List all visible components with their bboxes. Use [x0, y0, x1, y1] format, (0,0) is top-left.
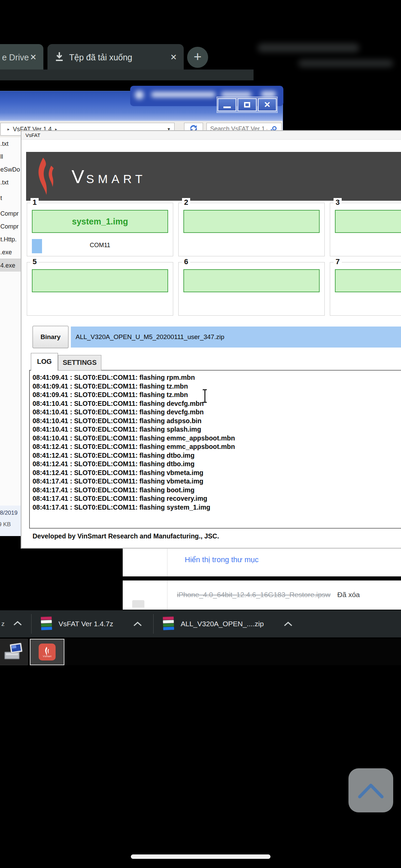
- app-icon-label: Vsmart: [43, 655, 51, 658]
- flash-slot: 1 system_1.img COM11: [27, 203, 173, 256]
- log-line: 08:41:17.41 : SLOT0:EDL:COM11: flashing …: [33, 486, 401, 495]
- slot-file-name: system_1.img: [72, 217, 128, 226]
- slot-file-box[interactable]: [183, 210, 320, 233]
- show-in-folder-link[interactable]: Hiển thị trong thư mục: [185, 555, 259, 564]
- file-list-item[interactable]: 4.exe: [0, 259, 21, 272]
- minimize-button[interactable]: [218, 98, 236, 111]
- file-list-item[interactable]: .txt: [0, 176, 21, 189]
- chevron-up-icon[interactable]: [133, 621, 142, 627]
- explorer-file-list: .txtlleSwDo.txttComprComprt.Http..exe4.e…: [0, 137, 21, 506]
- slot-file-box[interactable]: system_1.img: [32, 210, 168, 233]
- file-list-item[interactable]: Compr: [0, 220, 21, 233]
- vsfat-window: VsFAT VSMART 1 system_1.img: [21, 131, 401, 548]
- computer-icon: [3, 642, 24, 662]
- shelf-items: VsFAT Ver 1.4.7z ALL_V320A_OPEN_....zip: [22, 610, 295, 637]
- tab-downloads[interactable]: Tệp đã tải xuống ✕: [47, 44, 184, 71]
- vsmart-banner: VSMART: [26, 152, 401, 201]
- phone-screenshot: e Drive ✕ Tệp đã tải xuống ✕ + Hiển thị …: [0, 0, 401, 868]
- log-line: 08:41:10.41 : SLOT0:EDL:COM11: flashing …: [33, 408, 401, 417]
- window-controls: ✕: [217, 97, 278, 113]
- slot-status-row: COM11: [32, 238, 168, 254]
- vsfat-titlebar[interactable]: VsFAT: [21, 131, 401, 140]
- slot-number: 1: [31, 198, 39, 207]
- new-tab-button[interactable]: +: [187, 47, 208, 68]
- flash-slot: 3: [330, 203, 401, 256]
- deleted-filename: iPhone_4.0_64bit_12.4.6_16G183_Restore.i…: [177, 591, 330, 598]
- slot-file-box[interactable]: [183, 269, 320, 292]
- download-shelf: z VsFAT Ver 1.4.7z: [0, 610, 401, 637]
- search-icon[interactable]: [272, 126, 277, 131]
- close-icon[interactable]: ✕: [30, 53, 37, 62]
- shelf-fragment: z: [1, 620, 5, 628]
- flash-slot: 5: [27, 262, 173, 316]
- file-size: 9 KB: [0, 521, 21, 528]
- breadcrumb-arrow-icon: ▸: [7, 127, 9, 132]
- close-button[interactable]: ✕: [258, 98, 277, 111]
- shelf-download-item[interactable]: VsFAT Ver 1.4.7z: [22, 610, 144, 637]
- slot-number: 5: [31, 257, 39, 266]
- log-line: 08:41:09.41 : SLOT0:EDL:COM11: flashing …: [33, 382, 401, 391]
- file-list-item[interactable]: .txt: [0, 137, 21, 150]
- download-icon: [55, 52, 64, 63]
- file-list-item[interactable]: ll: [0, 150, 21, 163]
- download-card-deleted: iPhone_4.0_64bit_12.4.6_16G183_Restore.i…: [123, 580, 401, 610]
- tab-settings[interactable]: SETTINGS: [58, 355, 101, 371]
- home-indicator[interactable]: [131, 854, 270, 859]
- file-list-item[interactable]: t.Http.: [0, 233, 21, 246]
- flash-slot: 7: [330, 262, 401, 316]
- log-line: 08:41:10.41 : SLOT0:EDL:COM11: flashing …: [33, 417, 401, 426]
- file-list-item[interactable]: .exe: [0, 246, 21, 259]
- binary-button[interactable]: Binary: [33, 326, 68, 348]
- slot-file-box[interactable]: [335, 210, 401, 233]
- close-icon[interactable]: ✕: [170, 53, 177, 62]
- tab-drive[interactable]: e Drive ✕: [0, 44, 43, 71]
- com-port-label: COM11: [32, 242, 168, 249]
- log-line: 08:41:09.41 : SLOT0:EDL:COM11: flashing …: [33, 373, 401, 382]
- winrar-file-icon: [163, 616, 175, 631]
- file-list-item[interactable]: eSwDo: [0, 163, 21, 176]
- vsmart-wordmark: VSMART: [72, 165, 146, 188]
- shelf-file-name[interactable]: ALL_V320A_OPEN_....zip: [181, 620, 264, 628]
- blurred-artifact: [298, 60, 393, 67]
- file-list-item[interactable]: Compr: [0, 207, 21, 220]
- taskbar-item-computer[interactable]: [0, 639, 28, 665]
- flash-slot: 6: [178, 262, 325, 316]
- toolbar-strip: [0, 70, 254, 80]
- log-line: 08:41:12.41 : SLOT0:EDL:COM11: flashing …: [33, 442, 401, 451]
- file-icon: [132, 600, 144, 608]
- log-line: 08:41:12.41 : SLOT0:EDL:COM11: flashing …: [33, 451, 401, 460]
- slot-number: 7: [334, 257, 342, 266]
- scroll-to-top-button[interactable]: [348, 768, 393, 812]
- vsmart-flame-logo: [34, 156, 60, 198]
- file-list-item[interactable]: t: [0, 192, 21, 204]
- slot-grid: 1 system_1.img COM11 2: [27, 203, 401, 316]
- binary-file-field[interactable]: ALL_V320A_OPEN_U_M5_20200111_user_347.zi…: [71, 327, 401, 348]
- download-card: Hiển thị trong thư mục: [123, 545, 401, 576]
- slot-file-box[interactable]: [32, 269, 168, 292]
- taskbar-item-vsmart[interactable]: Vsmart: [30, 639, 64, 665]
- maximize-button[interactable]: [238, 98, 256, 111]
- log-line: 08:41:17.41 : SLOT0:EDL:COM11: flashing …: [33, 503, 401, 512]
- chevron-up-icon[interactable]: [13, 620, 22, 628]
- download-thumbnail: [123, 545, 167, 576]
- shelf-download-item[interactable]: ALL_V320A_OPEN_....zip: [144, 610, 295, 637]
- deleted-status: Đã xóa: [337, 591, 360, 598]
- windows-taskbar: Vsmart: [0, 639, 401, 665]
- explorer-titlebar[interactable]: ✕: [0, 91, 283, 121]
- tab-log[interactable]: LOG: [31, 353, 58, 371]
- blurred-artifact: [258, 43, 359, 52]
- download-thumbnail: [123, 580, 167, 610]
- shelf-file-name[interactable]: VsFAT Ver 1.4.7z: [59, 620, 113, 628]
- slot-file-box[interactable]: [335, 269, 401, 292]
- log-line: 08:41:10.41 : SLOT0:EDL:COM11: flashing …: [33, 425, 401, 434]
- chevron-up-icon[interactable]: [283, 621, 293, 627]
- log-line: 08:41:09.41 : SLOT0:EDL:COM11: flashing …: [33, 391, 401, 399]
- slot-number: 3: [334, 198, 342, 207]
- slot-number: 2: [182, 198, 190, 207]
- log-line: 08:41:17.41 : SLOT0:EDL:COM11: flashing …: [33, 477, 401, 486]
- explorer-status-area: /8/2019 9 KB: [0, 506, 21, 536]
- log-line: 08:41:10.41 : SLOT0:EDL:COM11: flashing …: [33, 399, 401, 408]
- chevron-up-icon: [349, 772, 392, 809]
- log-output[interactable]: 08:41:09.41 : SLOT0:EDL:COM11: flashing …: [29, 370, 401, 529]
- vsmart-app-icon: Vsmart: [39, 644, 56, 660]
